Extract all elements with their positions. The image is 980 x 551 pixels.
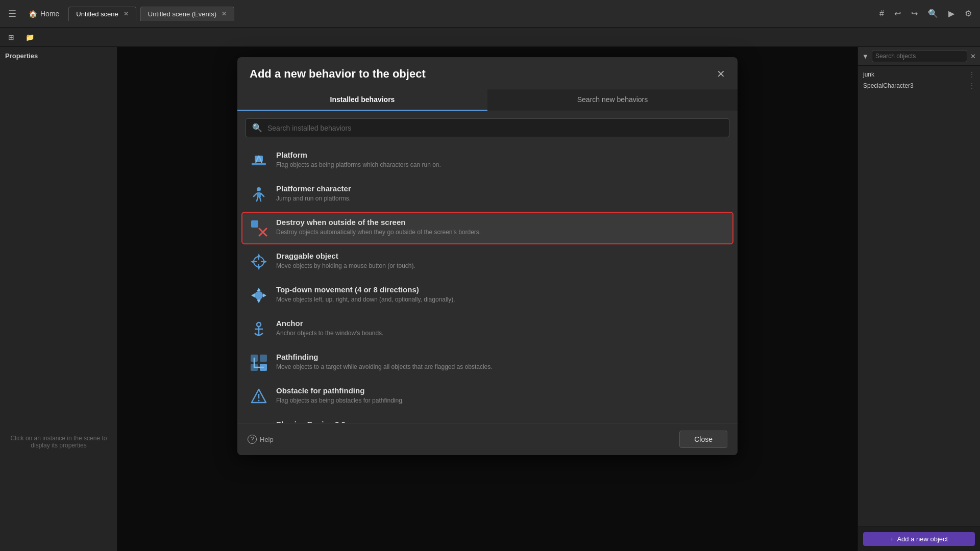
pathfinding-info: Pathfinding Move objects to a target whi… bbox=[276, 353, 726, 371]
obstacle-desc: Flag objects as being obstacles for path… bbox=[276, 396, 726, 405]
svg-line-7 bbox=[261, 193, 264, 196]
dialog-tabs: Installed behaviors Search new behaviors bbox=[237, 89, 738, 111]
svg-rect-31 bbox=[260, 355, 267, 362]
tab-untitled-scene[interactable]: Untitled scene ✕ bbox=[68, 7, 136, 21]
svg-marker-17 bbox=[257, 267, 260, 270]
item-junk-label: junk bbox=[863, 71, 874, 78]
home-tab[interactable]: 🏠 Home bbox=[23, 8, 64, 20]
tab-label-0: Untitled scene bbox=[76, 10, 118, 18]
anchor-desc: Anchor objects to the window's bounds. bbox=[276, 329, 726, 338]
svg-line-6 bbox=[254, 193, 257, 196]
draggable-icon bbox=[249, 252, 269, 272]
tab-close-0[interactable]: ✕ bbox=[124, 10, 129, 17]
svg-marker-24 bbox=[257, 299, 261, 303]
destroy-info: Destroy when outside of the screen Destr… bbox=[276, 218, 726, 237]
close-search-icon[interactable]: ✕ bbox=[970, 53, 976, 60]
main-area: Properties Click on an instance in the s… bbox=[0, 47, 980, 551]
behavior-item-pathfinding[interactable]: Pathfinding Move objects to a target whi… bbox=[241, 346, 733, 379]
behavior-item-obstacle[interactable]: Obstacle for pathfinding Flag objects as… bbox=[241, 380, 733, 413]
list-item-specialcharacter3[interactable]: SpecialCharacter3 ⋮ bbox=[858, 80, 980, 91]
close-button[interactable]: Close bbox=[679, 431, 727, 448]
tab-close-1[interactable]: ✕ bbox=[222, 10, 227, 17]
svg-point-22 bbox=[255, 291, 263, 299]
dialog-close-button[interactable]: ✕ bbox=[717, 69, 725, 79]
obstacle-name: Obstacle for pathfinding bbox=[276, 386, 726, 395]
topdown-desc: Move objects left, up, right, and down (… bbox=[276, 295, 726, 304]
svg-line-8 bbox=[257, 197, 258, 201]
tab-untitled-scene-events[interactable]: Untitled scene (Events) ✕ bbox=[140, 7, 234, 21]
platform-desc: Flag objects as being platforms which ch… bbox=[276, 161, 726, 169]
item-sc3-label: SpecialCharacter3 bbox=[863, 82, 914, 89]
behavior-item-topdown[interactable]: Top-down movement (4 or 8 directions) Mo… bbox=[241, 279, 733, 312]
platformer-icon bbox=[249, 184, 269, 205]
zoom-icon[interactable]: 🔍 bbox=[925, 7, 941, 20]
pathfinding-desc: Move objects to a target while avoiding … bbox=[276, 363, 726, 371]
pathfinding-name: Pathfinding bbox=[276, 353, 726, 361]
svg-rect-5 bbox=[257, 192, 261, 197]
help-label: Help bbox=[260, 436, 274, 443]
platform-icon bbox=[249, 151, 269, 171]
menu-icon[interactable]: ☰ bbox=[5, 5, 19, 22]
behavior-item-anchor[interactable]: Anchor Anchor objects to the window's bo… bbox=[241, 313, 733, 345]
draggable-name: Draggable object bbox=[276, 252, 726, 260]
objects-list: junk ⋮ SpecialCharacter3 ⋮ bbox=[858, 66, 980, 527]
properties-title: Properties bbox=[5, 52, 112, 60]
topdown-info: Top-down movement (4 or 8 directions) Mo… bbox=[276, 285, 726, 304]
folder-icon[interactable]: 📁 bbox=[22, 31, 37, 43]
dialog-header: Add a new behavior to the object ✕ bbox=[237, 57, 738, 89]
svg-line-9 bbox=[260, 197, 261, 201]
anchor-icon bbox=[249, 319, 269, 339]
modal-overlay: Add a new behavior to the object ✕ Insta… bbox=[117, 47, 857, 551]
home-icon: 🏠 bbox=[29, 10, 37, 18]
svg-marker-23 bbox=[257, 288, 261, 291]
add-behavior-dialog: Add a new behavior to the object ✕ Insta… bbox=[237, 57, 738, 455]
topdown-icon bbox=[249, 285, 269, 306]
behavior-search-bar: 🔍 bbox=[246, 118, 729, 137]
behavior-item-physics[interactable]: Physics Engine 2.0 Simulate realistic ob… bbox=[241, 414, 733, 423]
tab-installed-behaviors[interactable]: Installed behaviors bbox=[237, 89, 487, 111]
help-button[interactable]: ? Help bbox=[248, 435, 274, 444]
right-panel-footer: + Add a new object bbox=[858, 527, 980, 551]
platform-name: Platform bbox=[276, 151, 726, 159]
obstacle-icon bbox=[249, 386, 269, 407]
anchor-name: Anchor bbox=[276, 319, 726, 328]
tab-installed-label: Installed behaviors bbox=[330, 95, 395, 104]
grid-icon[interactable]: # bbox=[876, 7, 887, 20]
svg-rect-10 bbox=[251, 220, 258, 228]
tab-search-behaviors[interactable]: Search new behaviors bbox=[487, 89, 738, 111]
anchor-info: Anchor Anchor objects to the window's bo… bbox=[276, 319, 726, 338]
tab-search-label: Search new behaviors bbox=[577, 95, 648, 104]
add-object-label: Add a new object bbox=[897, 535, 948, 543]
destroy-name: Destroy when outside of the screen bbox=[276, 218, 726, 227]
right-panel-search-bar: ▼ ✕ bbox=[858, 47, 980, 66]
topbar-right: # ↩ ↪ 🔍 ▶ ⚙ bbox=[876, 7, 975, 20]
behavior-item-platform[interactable]: Platform Flag objects as being platforms… bbox=[241, 144, 733, 177]
behavior-item-destroy[interactable]: Destroy when outside of the screen Destr… bbox=[241, 212, 733, 244]
right-panel: ▼ ✕ junk ⋮ SpecialCharacter3 ⋮ + Add a n… bbox=[857, 47, 980, 551]
center-area: Add a new behavior to the object ✕ Insta… bbox=[117, 47, 857, 551]
add-object-button[interactable]: + Add a new object bbox=[863, 532, 975, 546]
pathfinding-icon bbox=[249, 353, 269, 373]
tab-label-1: Untitled scene (Events) bbox=[148, 10, 216, 18]
search-icon: 🔍 bbox=[252, 123, 262, 133]
dialog-footer: ? Help Close bbox=[237, 423, 738, 455]
home-label: Home bbox=[40, 10, 59, 18]
undo-icon[interactable]: ↩ bbox=[891, 7, 904, 20]
destroy-desc: Destroy objects automatically when they … bbox=[276, 228, 726, 237]
item-junk-menu[interactable]: ⋮ bbox=[969, 71, 975, 78]
item-sc3-menu[interactable]: ⋮ bbox=[969, 82, 975, 89]
behavior-item-draggable[interactable]: Draggable object Move objects by holding… bbox=[241, 245, 733, 278]
objects-search-input[interactable] bbox=[872, 50, 967, 62]
settings-icon[interactable]: ⚙ bbox=[962, 7, 975, 20]
list-item-junk[interactable]: junk ⋮ bbox=[858, 69, 980, 80]
behavior-item-platformer[interactable]: Platformer character Jump and run on pla… bbox=[241, 178, 733, 211]
platformer-desc: Jump and run on platforms. bbox=[276, 194, 726, 203]
behavior-search-input[interactable] bbox=[267, 124, 723, 132]
preview-icon[interactable]: ▶ bbox=[945, 7, 958, 20]
layout-icon[interactable]: ⊞ bbox=[5, 31, 17, 43]
svg-marker-19 bbox=[251, 260, 254, 263]
redo-icon[interactable]: ↪ bbox=[908, 7, 921, 20]
left-panel: Properties Click on an instance in the s… bbox=[0, 47, 117, 551]
properties-hint: Click on an instance in the scene to dis… bbox=[10, 435, 107, 449]
svg-point-36 bbox=[258, 400, 260, 402]
